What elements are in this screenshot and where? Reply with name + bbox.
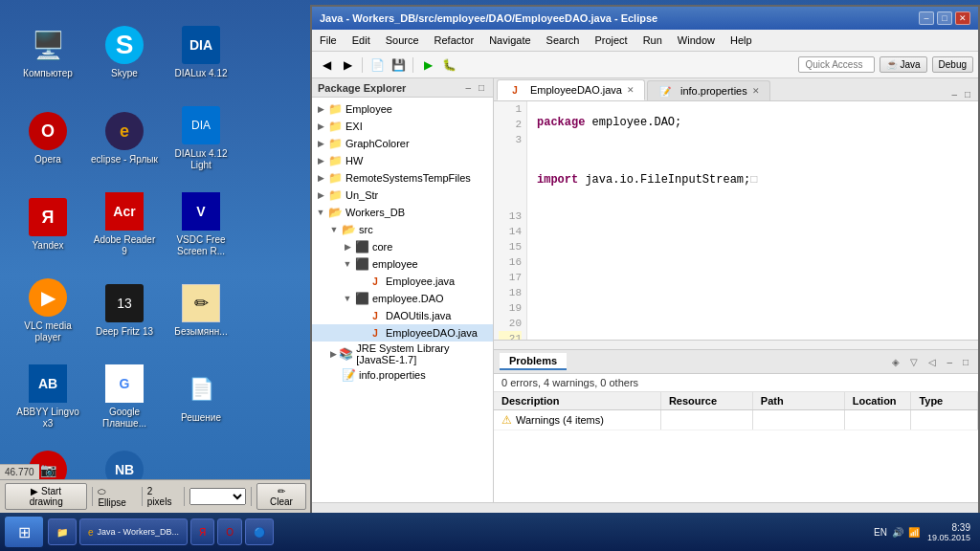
desktop-icon-computer[interactable]: 🖥️ Компьютер — [10, 10, 86, 96]
panel-minimize[interactable]: – — [462, 81, 474, 94]
desktop-icon-dialux[interactable]: DIA DIALux 4.12 — [163, 10, 239, 96]
icon-label: DIALux 4.12 Light — [167, 148, 234, 171]
code-content[interactable]: package employee.DAO; import java.io.Fil… — [527, 101, 978, 340]
tree-item-employee[interactable]: ▶ 📁 Employee — [312, 100, 493, 118]
java-perspective-button[interactable]: ☕ Java — [880, 56, 926, 73]
problems-tool-2[interactable]: ▽ — [906, 355, 922, 369]
window-controls: – □ ✕ — [919, 11, 970, 25]
tb-sep2 — [412, 57, 413, 73]
tree-item-employeedao-pkg[interactable]: ▼ ⬛ employee.DAO — [312, 290, 493, 307]
problems-tool-1[interactable]: ◈ — [888, 355, 903, 369]
toolbar-back[interactable]: ◀ — [317, 55, 336, 75]
desktop-icon-vsdc[interactable]: V VSDC Free Screen R... — [163, 182, 239, 268]
panel-maximize[interactable]: □ — [476, 81, 487, 94]
tree-item-core[interactable]: ▶ ⬛ core — [312, 238, 493, 255]
eclipse-toolbar: ◀ ▶ 📄 💾 ▶ 🐛 ☕ Java Debug — [312, 52, 978, 78]
taskbar-opera[interactable]: O — [217, 518, 242, 545]
menu-search[interactable]: Search — [539, 32, 588, 49]
editor-minimize[interactable]: – — [948, 88, 960, 100]
tree-item-workersdb[interactable]: ▼ 📂 Workers_DB — [312, 204, 493, 221]
problems-minimize[interactable]: – — [943, 355, 956, 369]
yandex-taskbar-icon: Я — [199, 527, 206, 538]
maximize-button[interactable]: □ — [937, 11, 952, 25]
toolbar-save[interactable]: 💾 — [389, 55, 408, 75]
taskbar-misc1[interactable]: 🔵 — [245, 518, 274, 545]
problems-tab[interactable]: Problems — [500, 353, 567, 370]
problems-tool-3[interactable]: ◁ — [924, 355, 940, 369]
desktop-icon-adobe[interactable]: Acr Adobe Reader 9 — [86, 182, 163, 268]
tree-item-employee-pkg[interactable]: ▼ ⬛ employee — [312, 255, 493, 273]
tree-item-remotesystems[interactable]: ▶ 📁 RemoteSystemsTempFiles — [312, 169, 493, 187]
tree-item-unstr[interactable]: ▶ 📁 Un_Str — [312, 187, 493, 204]
prob-resource-cell — [661, 410, 753, 430]
menu-edit[interactable]: Edit — [345, 32, 378, 49]
close-button[interactable]: ✕ — [955, 11, 970, 25]
tab-close-icon2[interactable]: ✕ — [752, 86, 760, 96]
desktop-icon-abbyy[interactable]: AB ABBYY Lingvo x3 — [10, 354, 86, 440]
menu-window[interactable]: Window — [670, 32, 723, 49]
taskbar-eclipse[interactable]: e Java - Workers_DB... — [79, 518, 188, 545]
menu-refactor[interactable]: Refactor — [427, 32, 482, 49]
package-icon: ⬛ — [354, 239, 369, 254]
java-file-icon: J — [368, 274, 383, 289]
tree-item-src[interactable]: ▼ 📂 src — [312, 221, 493, 238]
toolbar-separator — [92, 487, 93, 506]
desktop-icon-yandex[interactable]: Я Yandex — [10, 182, 86, 268]
tree-item-employee-java[interactable]: ▶ J Employee.java — [312, 273, 493, 290]
taskbar-yandex[interactable]: Я — [190, 518, 214, 545]
tree-item-daoutil[interactable]: ▶ J DAOUtils.java — [312, 307, 493, 324]
menu-project[interactable]: Project — [587, 32, 635, 49]
prob-col-path: Path — [753, 392, 845, 409]
desktop-icon-eclipse[interactable]: e eclipse - Ярлык — [86, 96, 163, 182]
desktop-icon-fritz[interactable]: 13 Deep Fritz 13 — [86, 268, 163, 354]
tab-employeedao[interactable]: J EmployeeDAO.java ✕ — [497, 79, 645, 100]
desktop-icon-solution[interactable]: 📄 Решение — [163, 354, 239, 440]
toolbar-new[interactable]: 📄 — [368, 55, 387, 75]
lang-indicator: EN — [874, 527, 887, 538]
prob-row-warnings[interactable]: ⚠ Warnings (4 items) — [494, 410, 978, 430]
problems-maximize[interactable]: □ — [959, 355, 972, 369]
toolbar-forward[interactable]: ▶ — [338, 55, 357, 75]
menu-help[interactable]: Help — [723, 32, 760, 49]
debug-perspective-button[interactable]: Debug — [932, 56, 973, 73]
menu-navigate[interactable]: Navigate — [481, 32, 538, 49]
menu-file[interactable]: File — [312, 32, 345, 49]
tree-item-jre[interactable]: ▶ 📚 JRE System Library [JavaSE-1.7] — [312, 342, 493, 366]
taskbar-explorer[interactable]: 📁 — [48, 518, 77, 545]
tab-close-icon[interactable]: ✕ — [627, 85, 635, 95]
tree-item-graphcolorer[interactable]: ▶ 📁 GraphColorer — [312, 135, 493, 152]
color-picker[interactable] — [189, 488, 246, 505]
quick-access-input[interactable] — [798, 56, 875, 73]
menu-source[interactable]: Source — [378, 32, 427, 49]
minimize-button[interactable]: – — [919, 11, 934, 25]
tab-infoprops[interactable]: 📝 info.properties ✕ — [647, 80, 770, 100]
tree-item-hw[interactable]: ▶ 📁 HW — [312, 152, 493, 169]
menu-run[interactable]: Run — [635, 32, 670, 49]
toolbar-debug[interactable]: 🐛 — [439, 55, 458, 75]
prob-path-cell — [753, 410, 845, 430]
desktop-icon-vlc[interactable]: ▶ VLC media player — [10, 268, 86, 354]
desktop-icon-opera[interactable]: O Opera — [10, 96, 86, 182]
desktop-icon-dialux-light[interactable]: DIA DIALux 4.12 Light — [163, 96, 239, 182]
tb-sep1 — [362, 57, 363, 73]
code-hscroll[interactable] — [494, 340, 978, 349]
problems-toolbar: ◈ ▽ ◁ – □ — [888, 355, 972, 369]
code-line-blank — [537, 201, 969, 216]
code-editor[interactable]: 1 2 3 . . . 13 14 15 16 17 18 19 — [494, 101, 978, 340]
tree-item-employeedao-java[interactable]: ▶ J EmployeeDAO.java — [312, 324, 493, 342]
desktop-icon-google[interactable]: G Google Планше... — [86, 354, 163, 440]
start-button[interactable]: ⊞ — [5, 517, 43, 547]
volume-icon[interactable]: 🔊 — [892, 527, 903, 538]
desktop-icon-skype[interactable]: S Skype — [86, 10, 163, 96]
icon-label: Решение — [181, 412, 221, 424]
start-drawing-button[interactable]: ▶ Start drawing — [5, 483, 87, 510]
toolbar-run[interactable]: ▶ — [418, 55, 437, 75]
clear-button[interactable]: ✏ Clear — [256, 483, 306, 510]
icon-label: VSDC Free Screen R... — [167, 234, 234, 257]
package-explorer-panel: Package Explorer – □ ▶ 📁 Employee ▶ — [312, 78, 494, 502]
desktop-icon-unnamed[interactable]: ✏ Безымянн... — [163, 268, 239, 354]
tree-item-exi[interactable]: ▶ 📁 EXI — [312, 118, 493, 135]
tree-item-info-props[interactable]: ▶ 📝 info.properties — [312, 366, 493, 384]
editor-maximize[interactable]: □ — [962, 88, 973, 100]
network-icon[interactable]: 📶 — [908, 527, 920, 538]
